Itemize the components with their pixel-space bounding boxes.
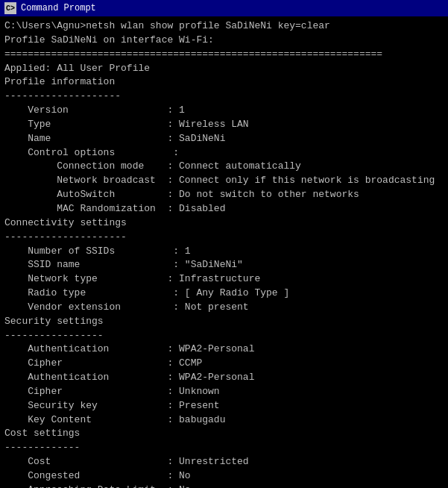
terminal-line-cost-header: Cost settings: [4, 427, 444, 441]
terminal-line-profile-info-dash: --------------------: [4, 90, 444, 104]
terminal-line-net-broadcast: Network broadcast : Connect only if this…: [4, 174, 444, 188]
terminal-line-ssid-name: SSID name : "SaDiNeNi": [4, 258, 444, 272]
terminal-line-radio-type: Radio type : [ Any Radio Type ]: [4, 287, 444, 301]
terminal-line-applied: Applied: All User Profile: [4, 62, 444, 76]
terminal-line-congested: Congested : No: [4, 469, 444, 484]
terminal-line-mac-random: MAC Randomization : Disabled: [4, 202, 444, 216]
terminal-line-profile-info-header: Profile information: [4, 75, 444, 90]
terminal-line-control-options: Control options :: [4, 146, 444, 160]
terminal-line-name: Name : SaDiNeNi: [4, 132, 444, 146]
terminal-line-cipher2: Cipher : Unknown: [4, 385, 444, 399]
terminal-line-approaching: Approaching Data Limit : No: [4, 484, 444, 488]
terminal-line-cipher1: Cipher : CCMP: [4, 357, 444, 371]
terminal-line-network-type: Network type : Infrastructure: [4, 272, 444, 287]
terminal-line-connectivity-dash: ---------------------: [4, 231, 444, 245]
terminal-line-cost-dash: -------------: [4, 441, 444, 455]
terminal-line-profile-header: Profile SaDiNeNi on interface Wi-Fi:: [4, 34, 444, 48]
terminal-line-connectivity-header: Connectivity settings: [4, 216, 444, 231]
terminal-line-version: Version : 1: [4, 104, 444, 118]
terminal-line-security-key: Security key : Present: [4, 399, 444, 413]
terminal-line-cost: Cost : Unrestricted: [4, 455, 444, 469]
terminal-line-key-content: Key Content : babugadu: [4, 413, 444, 428]
terminal-line-auth2: Authentication : WPA2-Personal: [4, 371, 444, 385]
terminal-line-vendor-ext: Vendor extension : Not present: [4, 301, 444, 315]
title-bar-icon: C>: [4, 2, 16, 14]
terminal-line-conn-mode: Connection mode : Connect automatically: [4, 160, 444, 174]
title-text: Command Prompt: [21, 3, 96, 13]
terminal-line-separator: ========================================…: [4, 48, 444, 62]
terminal-line-security-dash: -----------------: [4, 329, 444, 343]
terminal-line-prompt: C:\Users\Agnu>netsh wlan show profile Sa…: [4, 19, 444, 34]
terminal-line-autoswitch: AutoSwitch : Do not switch to other netw…: [4, 188, 444, 202]
terminal-body: C:\Users\Agnu>netsh wlan show profile Sa…: [0, 16, 448, 488]
title-bar: C> Command Prompt: [0, 0, 448, 16]
terminal-line-num-ssids: Number of SSIDs : 1: [4, 245, 444, 259]
terminal-line-type: Type : Wireless LAN: [4, 118, 444, 132]
terminal-line-security-header: Security settings: [4, 315, 444, 329]
terminal-line-auth1: Authentication : WPA2-Personal: [4, 342, 444, 357]
